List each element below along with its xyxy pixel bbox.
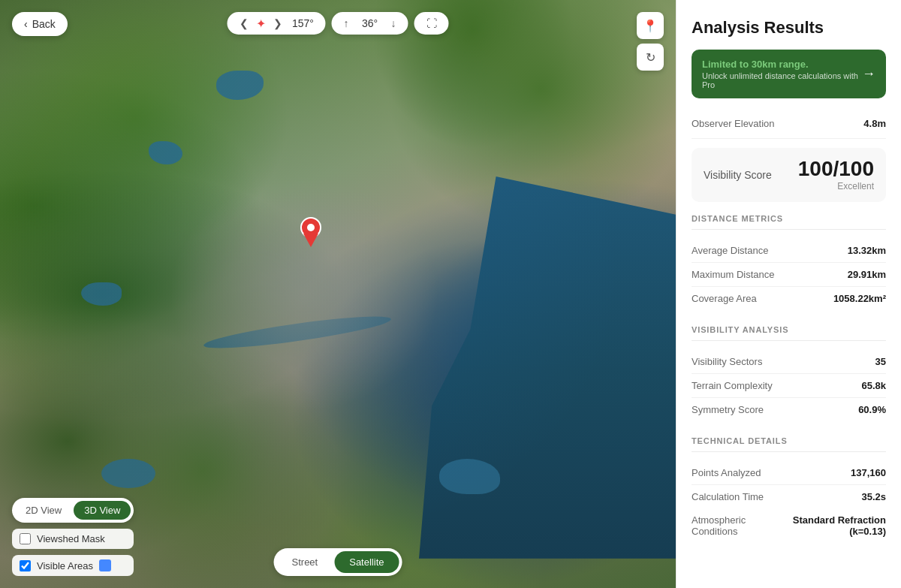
elevation-down-button[interactable]: ↓ — [388, 16, 399, 31]
distance-metric-row: Coverage Area 1058.22km² — [692, 287, 886, 310]
visible-areas-color-swatch — [99, 559, 111, 571]
rotation-group: ❮ ✦ ❯ 157° — [228, 12, 326, 35]
sidebar: Analysis Results Limited to 30km range. … — [676, 0, 901, 588]
metric-label: Symmetry Score — [692, 404, 764, 415]
map-toolbar: ❮ ✦ ❯ 157° ↑ 36° ↓ ⛶ — [224, 12, 452, 35]
visible-areas-row: Visible Areas — [12, 555, 134, 576]
metric-label: Average Distance — [692, 245, 768, 256]
pro-banner[interactable]: Limited to 30km range. Unlock unlimited … — [692, 50, 886, 98]
visibility-analysis-row: Visibility Sectors 35 — [692, 350, 886, 374]
view-3d-button[interactable]: 3D View — [74, 501, 131, 520]
fullscreen-icon: ⛶ — [426, 17, 437, 29]
metric-value: 137,160 — [851, 467, 886, 478]
street-label: Street — [292, 556, 318, 568]
refresh-button[interactable]: ↻ — [637, 44, 664, 71]
metric-value: 35 — [875, 356, 886, 367]
pro-banner-text: Limited to 30km range. Unlock unlimited … — [702, 59, 862, 89]
visibility-analysis-divider — [692, 340, 886, 341]
metric-label: Points Analyzed — [692, 467, 761, 478]
rotation-icon: ✦ — [256, 17, 266, 31]
street-button[interactable]: Street — [277, 551, 333, 573]
visible-areas-label: Visible Areas — [37, 560, 93, 571]
observer-elevation-row: Observer Elevation 4.8m — [692, 113, 886, 139]
back-arrow-icon: ‹ — [24, 18, 28, 30]
pro-main-text: Limited to 30km range. — [702, 59, 862, 70]
pro-arrow-icon: → — [862, 66, 875, 82]
elevation-value: 36° — [357, 17, 384, 29]
visibility-score-block: 100/100 Excellent — [798, 158, 874, 191]
visibility-score-qualifier: Excellent — [798, 181, 874, 191]
street-satellite-toggle: Street Satellite — [274, 548, 402, 576]
rotate-right-button[interactable]: ❯ — [270, 16, 285, 31]
metric-value: 35.2s — [861, 491, 886, 502]
metric-label: Maximum Distance — [692, 269, 775, 280]
view-2d-button[interactable]: 2D View — [15, 501, 72, 520]
distance-metrics-header: Distance Metrics — [692, 214, 886, 223]
refresh-icon: ↻ — [646, 50, 655, 65]
viewshed-mask-row: Viewshed Mask — [12, 529, 134, 549]
metric-value: 1058.22km² — [833, 293, 886, 304]
elevation-up-icon: ↑ — [344, 17, 349, 29]
distance-metrics-divider — [692, 229, 886, 230]
back-button[interactable]: ‹ Back — [12, 12, 68, 36]
metric-label: Calculation Time — [692, 491, 764, 502]
distance-metric-row: Average Distance 13.32km — [692, 239, 886, 263]
svg-point-1 — [307, 224, 315, 231]
technical-details-divider — [692, 451, 886, 452]
visibility-analysis-row: Symmetry Score 60.9% — [692, 398, 886, 421]
map-pin — [299, 217, 323, 253]
atmospheric-label: AtmosphericConditions — [692, 514, 746, 537]
distance-metrics-list: Average Distance 13.32km Maximum Distanc… — [692, 239, 886, 310]
technical-detail-row: Points Analyzed 137,160 — [692, 461, 886, 485]
map-right-tools: 📍 ↻ — [637, 12, 664, 71]
metric-label: Visibility Sectors — [692, 356, 762, 367]
atmospheric-value: Standard Refraction(k=0.13) — [793, 514, 886, 537]
elevation-down-icon: ↓ — [391, 17, 396, 29]
location-icon: 📍 — [643, 19, 658, 33]
svg-marker-2 — [303, 234, 318, 247]
visible-areas-checkbox[interactable] — [20, 560, 31, 571]
satellite-label: Satellite — [349, 556, 384, 568]
technical-details-list: Points Analyzed 137,160 Calculation Time… — [692, 461, 886, 508]
metric-label: Terrain Complexity — [692, 380, 773, 391]
observer-elevation-value: 4.8m — [863, 118, 886, 129]
observer-elevation-label: Observer Elevation — [692, 118, 775, 129]
visibility-analysis-header: Visibility Analysis — [692, 325, 886, 334]
view-3d-label: 3D View — [84, 505, 120, 516]
view-toggle: 2D View 3D View — [12, 498, 134, 523]
visibility-score-label: Visibility Score — [704, 169, 772, 181]
technical-detail-row: Calculation Time 35.2s — [692, 485, 886, 508]
map-container[interactable]: ‹ Back ❮ ✦ ❯ 157° ↑ 36° ↓ — [0, 0, 676, 588]
visibility-score-value: 100/100 — [798, 158, 874, 179]
back-label: Back — [32, 18, 56, 30]
rotate-left-button[interactable]: ❮ — [237, 16, 252, 31]
analysis-results-title: Analysis Results — [692, 18, 886, 38]
map-bottom-center: Street Satellite — [274, 548, 402, 576]
metric-value: 60.9% — [858, 404, 886, 415]
viewshed-mask-label: Viewshed Mask — [37, 533, 105, 544]
metric-label: Coverage Area — [692, 293, 757, 304]
view-2d-label: 2D View — [26, 505, 62, 516]
satellite-button[interactable]: Satellite — [334, 551, 399, 573]
metric-value: 65.8k — [861, 380, 886, 391]
distance-metric-row: Maximum Distance 29.91km — [692, 263, 886, 287]
rotate-left-icon: ❮ — [240, 17, 249, 29]
metric-value: 29.91km — [848, 269, 886, 280]
fullscreen-group: ⛶ — [414, 12, 449, 35]
atmospheric-conditions-row: AtmosphericConditions Standard Refractio… — [692, 508, 886, 543]
visibility-score-card: Visibility Score 100/100 Excellent — [692, 148, 886, 202]
metric-value: 13.32km — [848, 245, 886, 256]
visibility-analysis-row: Terrain Complexity 65.8k — [692, 374, 886, 398]
elevation-group: ↑ 36° ↓ — [332, 12, 408, 35]
location-button[interactable]: 📍 — [637, 12, 664, 39]
elevation-up-button[interactable]: ↑ — [341, 16, 352, 31]
viewshed-mask-checkbox[interactable] — [20, 533, 31, 544]
technical-details-header: Technical Details — [692, 436, 886, 445]
rotation-value: 157° — [290, 17, 317, 29]
rotate-right-icon: ❯ — [273, 17, 282, 29]
pro-sub-text: Unlock unlimited distance calculations w… — [702, 71, 862, 89]
map-bottom-left: 2D View 3D View Viewshed Mask Visible Ar… — [12, 498, 134, 576]
visibility-analysis-list: Visibility Sectors 35 Terrain Complexity… — [692, 350, 886, 421]
fullscreen-button[interactable]: ⛶ — [423, 16, 440, 31]
